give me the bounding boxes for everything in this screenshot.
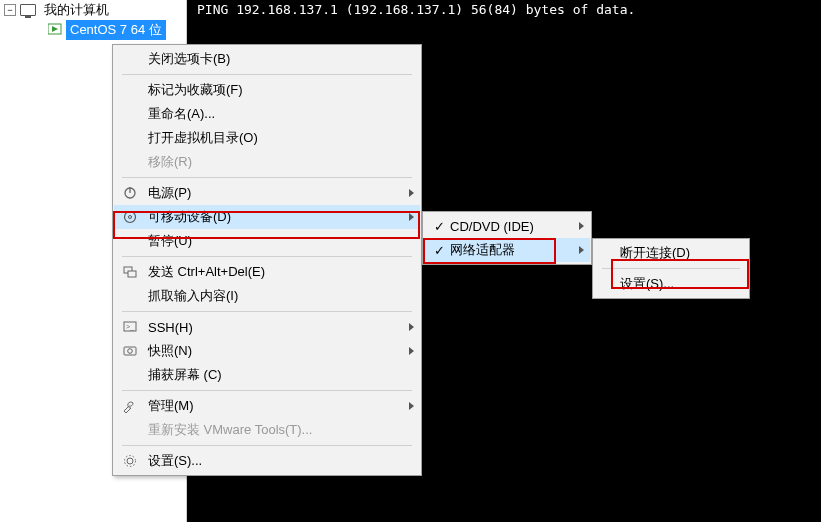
svg-point-13 — [125, 456, 136, 467]
menu-pause[interactable]: 暂停(U) — [114, 229, 420, 253]
submenu-settings[interactable]: 设置(S)... — [594, 272, 748, 296]
menu-power[interactable]: 电源(P) — [114, 181, 420, 205]
menu-settings[interactable]: 设置(S)... — [114, 449, 420, 473]
check-icon: ✓ — [428, 219, 450, 234]
ssh-icon: >_ — [118, 315, 142, 339]
svg-text:>_: >_ — [126, 323, 134, 331]
computer-icon — [20, 4, 36, 16]
menu-ssh[interactable]: >_SSH(H) — [114, 315, 420, 339]
svg-point-5 — [129, 216, 132, 219]
menu-open-dir[interactable]: 打开虚拟机目录(O) — [114, 126, 420, 150]
svg-point-11 — [128, 349, 133, 354]
vm-running-icon — [48, 23, 62, 37]
context-submenu-removable: ✓ CD/DVD (IDE) ✓ 网络适配器 — [422, 211, 592, 265]
terminal-line: PING 192.168.137.1 (192.168.137.1) 56(84… — [197, 2, 635, 17]
menu-remove: 移除(R) — [114, 150, 420, 174]
menu-grab-input[interactable]: 抓取输入内容(I) — [114, 284, 420, 308]
menu-separator — [122, 311, 412, 312]
menu-rename[interactable]: 重命名(A)... — [114, 102, 420, 126]
menu-snapshot[interactable]: 快照(N) — [114, 339, 420, 363]
menu-separator — [122, 74, 412, 75]
power-icon — [118, 181, 142, 205]
collapse-icon[interactable]: − — [4, 4, 16, 16]
snapshot-icon — [118, 339, 142, 363]
wrench-icon — [118, 394, 142, 418]
menu-manage[interactable]: 管理(M) — [114, 394, 420, 418]
svg-point-12 — [127, 458, 133, 464]
tree-root-label: 我的计算机 — [40, 0, 113, 20]
svg-point-4 — [125, 212, 136, 223]
menu-favorite[interactable]: 标记为收藏项(F) — [114, 78, 420, 102]
context-menu-main: 关闭选项卡(B) 标记为收藏项(F) 重命名(A)... 打开虚拟机目录(O) … — [112, 44, 422, 476]
send-keys-icon — [118, 260, 142, 284]
menu-removable-devices[interactable]: 可移动设备(D) — [114, 205, 420, 229]
menu-separator — [122, 177, 412, 178]
tree-root-row[interactable]: − 我的计算机 — [0, 0, 186, 20]
tree-vm-label: CentOS 7 64 位 — [66, 20, 166, 40]
submenu-disconnect[interactable]: 断开连接(D) — [594, 241, 748, 265]
menu-separator — [602, 268, 740, 269]
disc-icon — [118, 205, 142, 229]
tree-vm-row[interactable]: CentOS 7 64 位 — [0, 20, 186, 40]
menu-reinstall-tools: 重新安装 VMware Tools(T)... — [114, 418, 420, 442]
menu-capture[interactable]: 捕获屏幕 (C) — [114, 363, 420, 387]
context-submenu-netadapter: 断开连接(D) 设置(S)... — [592, 238, 750, 299]
menu-separator — [122, 256, 412, 257]
menu-separator — [122, 445, 412, 446]
submenu-cddvd[interactable]: ✓ CD/DVD (IDE) — [424, 214, 590, 238]
svg-marker-1 — [52, 26, 58, 32]
check-icon: ✓ — [428, 243, 450, 258]
menu-separator — [122, 390, 412, 391]
menu-send-cad[interactable]: 发送 Ctrl+Alt+Del(E) — [114, 260, 420, 284]
menu-close-tab[interactable]: 关闭选项卡(B) — [114, 47, 420, 71]
submenu-network-adapter[interactable]: ✓ 网络适配器 — [424, 238, 590, 262]
gear-icon — [118, 449, 142, 473]
svg-rect-7 — [128, 271, 136, 277]
